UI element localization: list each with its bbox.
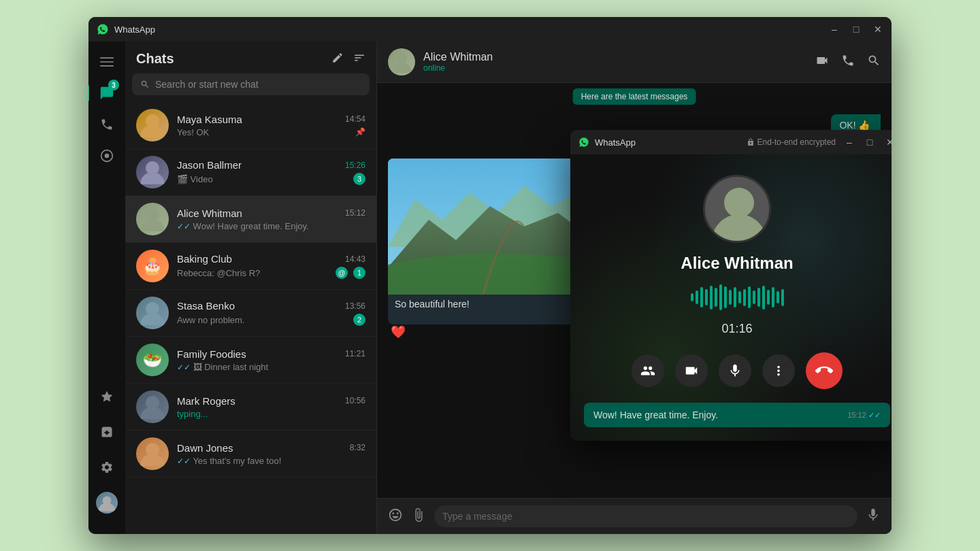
search-input[interactable]	[155, 79, 361, 90]
svg-point-4	[105, 154, 110, 158]
emoji-button[interactable]	[388, 507, 403, 526]
wave-bar-12	[748, 286, 751, 308]
pin-icon-maya: 📌	[355, 127, 365, 137]
call-title-controls: – □ ✕	[844, 137, 892, 148]
chat-info-family: Family Foodies 11:21 ✓✓ 🖼 Dinner last ni…	[177, 348, 365, 372]
call-recent-message: Wow! Have great time. Enjoy. 15:12 ✓✓	[584, 403, 890, 427]
chat-preview-mark: typing...	[177, 409, 365, 419]
avatar-alice	[136, 203, 169, 235]
wave-bar-17	[772, 287, 774, 307]
call-message-time: 15:12 ✓✓	[847, 411, 881, 420]
unread-badge-jason: 3	[353, 173, 365, 185]
app-window: WhatsApp – □ ✕ 3	[88, 17, 892, 534]
chat-time-stasa: 13:56	[345, 301, 365, 311]
mic-button[interactable]	[866, 507, 881, 526]
wave-bar-2	[700, 287, 703, 307]
chat-item-maya[interactable]: Maya Kasuma 14:54 Yes! OK 📌	[125, 102, 376, 149]
call-overlay: WhatsApp End-to-end encrypted – □ ✕	[570, 130, 892, 441]
sidebar-item-chats[interactable]: 3	[93, 80, 120, 107]
chat-header-avatar[interactable]	[388, 48, 415, 76]
wave-bar-14	[757, 288, 760, 307]
participants-button[interactable]	[632, 354, 664, 387]
minimize-button[interactable]: –	[829, 24, 840, 35]
video-call-button[interactable]	[815, 54, 829, 71]
chat-item-baking[interactable]: 🎂 Baking Club 14:43 Rebecca: @Chris R? @…	[125, 243, 376, 290]
chat-time-jason: 15:26	[345, 161, 365, 170]
new-chat-icon[interactable]	[331, 52, 344, 67]
chat-preview-stasa: Aww no problem.	[177, 315, 348, 325]
call-encryption: End-to-end encrypted	[747, 137, 836, 147]
header-icons	[331, 52, 365, 67]
sidebar-item-calls[interactable]	[93, 111, 120, 138]
avatar-mark	[136, 390, 169, 423]
chat-preview-family: ✓✓ 🖼 Dinner last night	[177, 362, 365, 372]
sidebar-item-settings[interactable]	[93, 454, 120, 481]
chat-list-panel: Chats	[125, 41, 377, 534]
chat-header-actions	[815, 54, 881, 71]
call-timer: 01:16	[721, 322, 752, 336]
call-contact-name: Alice Whitman	[681, 254, 793, 273]
filter-icon[interactable]	[353, 52, 365, 67]
sidebar-avatar[interactable]	[93, 489, 120, 516]
chat-item-jason[interactable]: Jason Ballmer 15:26 🎬 Video 3	[125, 149, 376, 196]
chat-item-family[interactable]: 🥗 Family Foodies 11:21 ✓✓ 🖼 Dinner last …	[125, 337, 376, 384]
voice-call-button[interactable]	[841, 54, 855, 71]
chat-item-alice[interactable]: Alice Whitman 15:12 ✓✓ Wow! Have great t…	[125, 196, 376, 243]
svg-rect-1	[100, 61, 114, 63]
search-bar	[132, 73, 370, 95]
chat-name-family: Family Foodies	[177, 348, 246, 360]
call-close-button[interactable]: ✕	[885, 137, 892, 148]
avatar-family: 🥗	[136, 344, 169, 376]
video-toggle-button[interactable]	[675, 354, 708, 387]
chat-name-baking: Baking Club	[177, 253, 232, 265]
search-chat-button[interactable]	[867, 54, 881, 71]
wave-bar-5	[715, 288, 717, 307]
chat-info-alice: Alice Whitman 15:12 ✓✓ Wow! Have great t…	[177, 207, 365, 231]
chat-header: Alice Whitman online	[377, 41, 892, 83]
chat-time-dawn: 8:32	[350, 443, 365, 452]
chat-item-dawn[interactable]: Dawn Jones 8:32 ✓✓ Yes that's my fave to…	[125, 431, 376, 478]
chat-header-name: Alice Whitman	[423, 51, 815, 63]
chat-item-stasa[interactable]: Stasa Benko 13:56 Aww no problem. 2	[125, 290, 376, 337]
sidebar-item-archived[interactable]	[93, 418, 120, 446]
sidebar-item-starred[interactable]	[93, 383, 120, 410]
call-avatar	[703, 175, 771, 243]
sidebar-bottom	[93, 383, 120, 527]
avatar-jason	[136, 156, 169, 188]
chat-preview-jason: 🎬 Video	[177, 174, 348, 184]
chat-item-mark[interactable]: Mark Rogers 10:56 typing...	[125, 384, 376, 431]
chat-preview-dawn: ✓✓ Yes that's my fave too!	[177, 456, 365, 466]
chat-main: Alice Whitman online	[377, 41, 892, 534]
close-button[interactable]: ✕	[872, 24, 883, 35]
mute-button[interactable]	[719, 354, 751, 387]
call-minimize-button[interactable]: –	[844, 137, 855, 148]
chat-info-stasa: Stasa Benko 13:56 Aww no problem. 2	[177, 300, 365, 326]
chats-badge: 3	[108, 80, 119, 90]
sidebar-item-status[interactable]	[93, 142, 120, 169]
call-maximize-button[interactable]: □	[864, 137, 875, 148]
wave-bar-4	[710, 286, 713, 310]
wave-bar-15	[762, 286, 765, 310]
more-options-button[interactable]	[762, 354, 795, 387]
chat-preview-maya: Yes! OK	[177, 127, 350, 137]
chat-info-dawn: Dawn Jones 8:32 ✓✓ Yes that's my fave to…	[177, 442, 365, 466]
call-message-text: Wow! Have great time. Enjoy.	[593, 410, 718, 420]
title-bar-text: WhatsApp	[114, 24, 829, 35]
mention-badge-baking: @	[336, 267, 348, 279]
end-call-button[interactable]	[806, 352, 843, 389]
unread-badge-baking: 1	[353, 267, 365, 279]
wave-bar-6	[719, 284, 722, 310]
avatar-stasa	[136, 297, 169, 329]
attach-button[interactable]	[411, 507, 426, 526]
chat-name-maya: Maya Kasuma	[177, 114, 242, 125]
chat-info-jason: Jason Ballmer 15:26 🎬 Video 3	[177, 159, 365, 185]
sidebar-item-menu[interactable]	[93, 48, 120, 76]
chat-header-status: online	[423, 63, 815, 73]
maximize-button[interactable]: □	[851, 24, 862, 35]
chat-items: Maya Kasuma 14:54 Yes! OK 📌	[125, 102, 376, 534]
here-banner: Here are the latest messages	[573, 88, 696, 105]
chat-preview-baking: Rebecca: @Chris R?	[177, 268, 330, 278]
chat-time-alice: 15:12	[345, 208, 365, 218]
message-input[interactable]	[434, 505, 858, 527]
svg-point-12	[396, 53, 407, 64]
